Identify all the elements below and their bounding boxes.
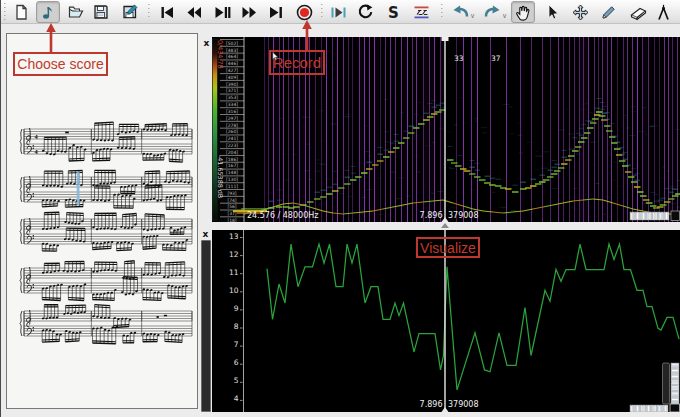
toolbar-button-navigate-tool[interactable] bbox=[511, 1, 535, 23]
toolbar-button-rewind[interactable] bbox=[182, 1, 206, 23]
toolbar-button-undo[interactable] bbox=[448, 1, 472, 23]
chevron-down-icon[interactable]: ∨ bbox=[470, 12, 475, 20]
playback-position-marker bbox=[441, 223, 449, 228]
y-axis-tick-label: 6 bbox=[234, 358, 239, 367]
toolbar-button-select-tool[interactable] bbox=[540, 1, 564, 23]
toolbar-button-new-session[interactable] bbox=[9, 1, 33, 23]
y-axis-tick-label: 4 bbox=[234, 394, 239, 403]
annotation-visualize-label: Visualize bbox=[420, 240, 476, 256]
folder-open-icon bbox=[68, 4, 85, 21]
loop-icon bbox=[357, 4, 374, 21]
chart-pane-scale-strip[interactable] bbox=[201, 240, 211, 412]
eraser-icon bbox=[630, 4, 647, 21]
toolbar-button-open-session[interactable] bbox=[65, 1, 89, 23]
pointer-icon bbox=[544, 4, 561, 21]
bin-label: [167] bbox=[226, 163, 238, 168]
toolbar-button-align[interactable] bbox=[410, 1, 434, 23]
save-icon bbox=[93, 4, 110, 21]
y-axis-tick-label: 13 bbox=[229, 232, 239, 241]
note-number-label: 37 bbox=[491, 54, 501, 63]
y-axis-tick-label: 8 bbox=[234, 322, 239, 331]
bin-label: [56] bbox=[227, 204, 236, 209]
close-spectrogram-pane-button[interactable]: x bbox=[201, 37, 212, 48]
horizontal-zoom-wheel[interactable] bbox=[630, 405, 668, 412]
vertical-scroll-thumb[interactable] bbox=[663, 363, 670, 404]
toolbar-button-erase-tool[interactable] bbox=[626, 1, 650, 23]
align-icon bbox=[413, 4, 430, 21]
bin-label: [148] bbox=[226, 170, 238, 175]
bin-label: [111] bbox=[226, 184, 238, 189]
score-sheet: 44 bbox=[7, 34, 197, 408]
toolbar-button-play-selection[interactable] bbox=[326, 1, 350, 23]
record-icon bbox=[296, 4, 313, 21]
bin-label: [130] bbox=[226, 177, 238, 182]
toolbar-button-play-pause[interactable] bbox=[211, 1, 235, 23]
redo-icon bbox=[484, 4, 501, 21]
solo-icon: S bbox=[385, 4, 402, 21]
toolbar: S∨∨ bbox=[1, 0, 680, 24]
svg-text:S: S bbox=[388, 4, 399, 21]
colorbar-min-label: -41.65388 dB bbox=[216, 155, 224, 198]
toolbar-separator bbox=[148, 4, 150, 20]
bin-label: [334] bbox=[226, 102, 238, 107]
toolbar-button-choose-score[interactable] bbox=[36, 1, 60, 23]
toolbar-button-redo[interactable] bbox=[480, 1, 504, 23]
bin-label: [371] bbox=[226, 88, 238, 93]
bin-label: [427] bbox=[226, 68, 238, 73]
colorbar-max-label: 0/434.78 bbox=[216, 40, 224, 69]
toolbar-button-fast-forward-to-end[interactable] bbox=[264, 1, 288, 23]
toolbar-button-solo[interactable]: S bbox=[382, 1, 406, 23]
bin-label: [502] bbox=[226, 41, 238, 46]
annotation-choose-score: Choose score bbox=[13, 52, 108, 76]
toolbar-button-draw-tool[interactable] bbox=[596, 1, 620, 23]
bin-label: [353] bbox=[226, 95, 238, 100]
bin-label: [93] bbox=[227, 191, 236, 196]
bin-label: [483] bbox=[226, 48, 238, 53]
toolbar-button-edit-tool[interactable] bbox=[568, 1, 592, 23]
play-pause-icon bbox=[214, 4, 231, 21]
bin-label: [74] bbox=[227, 198, 236, 203]
bin-label: [241] bbox=[226, 136, 238, 141]
score-panel[interactable]: 44 bbox=[6, 33, 198, 409]
horizontal-zoom-wheel[interactable] bbox=[630, 212, 669, 220]
bin-label: [186] bbox=[226, 157, 238, 162]
y-axis-tick-label: 10 bbox=[229, 286, 239, 295]
toolbar-button-save-session[interactable] bbox=[89, 1, 113, 23]
cursor-frame-label: 379008 bbox=[448, 400, 479, 409]
close-chart-pane-button[interactable]: x bbox=[200, 228, 211, 239]
music-note-icon bbox=[40, 4, 57, 21]
bin-label: [260] bbox=[226, 129, 238, 134]
toolbar-button-measure-tool[interactable] bbox=[651, 1, 675, 23]
y-axis-tick-label: 5 bbox=[234, 376, 239, 385]
note-number-label: 33 bbox=[454, 54, 464, 63]
bin-label: [316] bbox=[226, 109, 238, 114]
zoom-level-box[interactable] bbox=[671, 211, 680, 221]
app-window: S∨∨ 44 x [502][483][464][446][427][409][… bbox=[0, 0, 680, 417]
toolbar-button-loop-playback[interactable] bbox=[353, 1, 377, 23]
toolbar-button-fast-forward[interactable] bbox=[238, 1, 262, 23]
bin-label: [204] bbox=[226, 150, 238, 155]
annotation-record-label: Record bbox=[273, 54, 321, 71]
bin-label: [464] bbox=[226, 54, 238, 59]
chevron-down-icon[interactable]: ∨ bbox=[502, 12, 507, 20]
bin-label: [18] bbox=[227, 218, 236, 222]
toolbar-drag-handle[interactable] bbox=[3, 3, 6, 21]
rewind-icon bbox=[186, 4, 203, 21]
hand-icon bbox=[515, 4, 532, 21]
annotation-choose-score-label: Choose score bbox=[17, 56, 103, 72]
move-icon bbox=[572, 4, 589, 21]
annotation-visualize: Visualize bbox=[416, 237, 480, 258]
skip-start-icon bbox=[159, 4, 176, 21]
pencil-icon bbox=[600, 4, 617, 21]
bin-label: [223] bbox=[226, 143, 238, 148]
toolbar-separator bbox=[441, 4, 443, 20]
toolbar-button-save-session-as[interactable] bbox=[119, 1, 143, 23]
vertical-zoom-wheel[interactable] bbox=[671, 363, 679, 404]
zoom-level-box[interactable] bbox=[670, 404, 680, 412]
toolbar-button-rewind-to-start[interactable] bbox=[155, 1, 179, 23]
bin-label: [446] bbox=[226, 61, 238, 66]
toolbar-separator bbox=[321, 4, 323, 20]
toolbar-button-record[interactable] bbox=[293, 1, 317, 23]
compass-icon bbox=[655, 4, 672, 21]
file-new-icon bbox=[13, 4, 30, 21]
